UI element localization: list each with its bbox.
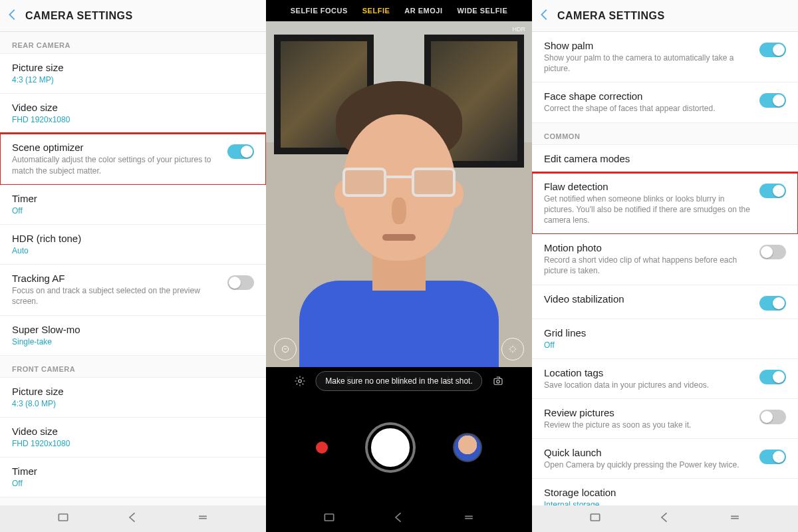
setting-title: Video size [12, 426, 254, 437]
setting-sub: Off [544, 340, 786, 350]
toggle-switch[interactable] [759, 184, 786, 198]
svg-rect-12 [591, 514, 599, 521]
toggle-switch[interactable] [759, 245, 786, 259]
settings-row[interactable]: Grid linesOff [532, 319, 798, 359]
settings-row[interactable]: Motion photoRecord a short video clip of… [532, 234, 798, 285]
recents-icon[interactable] [57, 511, 70, 527]
setting-title: Location tags [544, 367, 751, 378]
settings-row[interactable]: TimerOff [0, 185, 266, 225]
settings-row[interactable]: HDR (rich tone)Auto [0, 225, 266, 265]
page-title: CAMERA SETTINGS [557, 10, 665, 22]
setting-sub: Open Camera by quickly pressing the Powe… [544, 460, 751, 470]
toggle-switch[interactable] [227, 275, 254, 290]
settings-row[interactable]: Show palmShow your palm to the camera to… [532, 32, 798, 82]
settings-row[interactable]: Face shape correctionCorrect the shape o… [532, 82, 798, 122]
settings-row[interactable]: Super Slow-moSingle-take [0, 316, 266, 356]
setting-sub: Focus on and track a subject selected on… [12, 285, 219, 307]
setting-title: Picture size [12, 62, 254, 73]
settings-row[interactable]: Edit camera modes [532, 145, 798, 173]
header-left: CAMERA SETTINGS [0, 0, 266, 32]
viewfinder[interactable]: HDR [266, 21, 532, 367]
section-label: COMMON [532, 123, 798, 145]
setting-title: Super Slow-mo [12, 324, 254, 335]
toggle-switch[interactable] [759, 296, 786, 311]
gallery-thumbnail[interactable] [453, 433, 482, 462]
setting-sub: Show your palm to the camera to automati… [544, 53, 751, 74]
setting-sub: Off [12, 478, 254, 489]
sparkle-icon[interactable] [501, 338, 524, 360]
setting-title: Flaw detection [544, 181, 751, 192]
back-nav-icon[interactable] [658, 511, 672, 527]
settings-row[interactable]: Video stabilization [532, 285, 798, 319]
camera-app: SELFIE FOCUSSELFIEAR EMOJIWIDE SELFIE HD… [266, 0, 532, 532]
shutter-button[interactable] [368, 425, 413, 470]
toggle-switch[interactable] [759, 43, 786, 57]
settings-row[interactable]: Review picturesReview the picture as soo… [532, 399, 798, 439]
toggle-switch[interactable] [759, 93, 786, 108]
recents-icon[interactable] [589, 511, 602, 527]
settings-row[interactable]: Flaw detectionGet notified when someone … [532, 173, 798, 235]
settings-row[interactable]: Location tagsSave location data in your … [532, 359, 798, 399]
settings-row[interactable]: Video sizeFHD 1920x1080 [0, 418, 266, 458]
setting-sub: 4:3 (8.0 MP) [12, 398, 254, 409]
settings-row[interactable]: Scene optimizerAutomatically adjust the … [0, 134, 266, 184]
home-icon[interactable] [462, 511, 475, 527]
camera-mode[interactable]: SELFIE FOCUS [291, 7, 348, 15]
toggle-switch[interactable] [227, 144, 254, 159]
selfie-subject [316, 81, 482, 360]
back-nav-icon[interactable] [126, 511, 140, 527]
settings-pane-right: CAMERA SETTINGS Show palmShow your palm … [532, 0, 798, 532]
settings-row[interactable]: Quick launchOpen Camera by quickly press… [532, 439, 798, 479]
camera-controls: Make sure no one blinked in the last sho… [266, 367, 532, 532]
back-icon[interactable] [5, 7, 20, 25]
setting-title: Show palm [544, 40, 751, 51]
setting-title: Grid lines [544, 327, 786, 338]
setting-title: Face shape correction [544, 90, 751, 102]
setting-title: Edit camera modes [544, 153, 786, 164]
back-icon[interactable] [537, 7, 552, 25]
camera-mode[interactable]: AR EMOJI [404, 7, 442, 15]
settings-row[interactable]: Picture size4:3 (8.0 MP) [0, 378, 266, 418]
beauty-icon[interactable] [274, 338, 297, 360]
svg-point-8 [497, 380, 500, 384]
hdr-badge: HDR [513, 27, 526, 33]
svg-rect-7 [494, 378, 502, 384]
setting-title: Video size [12, 102, 254, 113]
setting-sub: Auto [12, 245, 254, 256]
settings-row[interactable]: Picture size4:3 (12 MP) [0, 54, 266, 94]
setting-title: Tracking AF [12, 273, 219, 284]
toggle-switch[interactable] [759, 450, 786, 464]
camera-mode[interactable]: SELFIE [362, 7, 390, 15]
settings-row[interactable]: Video sizeFHD 1920x1080 [0, 94, 266, 134]
settings-list-left[interactable]: REAR CAMERAPicture size4:3 (12 MP)Video … [0, 32, 266, 532]
record-button[interactable] [316, 442, 328, 454]
back-nav-icon[interactable] [392, 511, 406, 527]
home-icon[interactable] [196, 511, 209, 527]
setting-sub: Get notified when someone blinks or look… [544, 194, 751, 226]
recents-icon[interactable] [323, 511, 336, 527]
android-navbar [532, 505, 798, 532]
setting-title: Motion photo [544, 242, 751, 253]
setting-title: Review pictures [544, 407, 751, 418]
blink-tooltip: Make sure no one blinked in the last sho… [315, 371, 482, 391]
toggle-switch[interactable] [759, 370, 786, 384]
camera-mode[interactable]: WIDE SELFIE [457, 7, 507, 15]
section-label: REAR CAMERA [0, 32, 266, 54]
svg-rect-9 [325, 514, 333, 521]
setting-title: Quick launch [544, 447, 751, 458]
setting-title: Storage location [544, 487, 786, 498]
setting-sub: Automatically adjust the color settings … [12, 154, 219, 176]
gear-icon[interactable] [294, 375, 306, 390]
settings-row[interactable]: Tracking AFFocus on and track a subject … [0, 265, 266, 315]
mode-strip[interactable]: SELFIE FOCUSSELFIEAR EMOJIWIDE SELFIE [266, 0, 532, 21]
settings-list-right[interactable]: Show palmShow your palm to the camera to… [532, 32, 798, 532]
android-navbar [0, 505, 266, 532]
toggle-switch[interactable] [759, 410, 786, 424]
settings-row[interactable]: TimerOff [0, 458, 266, 497]
settings-pane-left: CAMERA SETTINGS REAR CAMERAPicture size4… [0, 0, 266, 532]
header-right: CAMERA SETTINGS [532, 0, 798, 32]
switch-camera-icon[interactable] [492, 375, 504, 390]
svg-rect-0 [59, 514, 67, 521]
home-icon[interactable] [728, 511, 741, 527]
setting-sub: Record a short video clip of what happen… [544, 255, 751, 276]
